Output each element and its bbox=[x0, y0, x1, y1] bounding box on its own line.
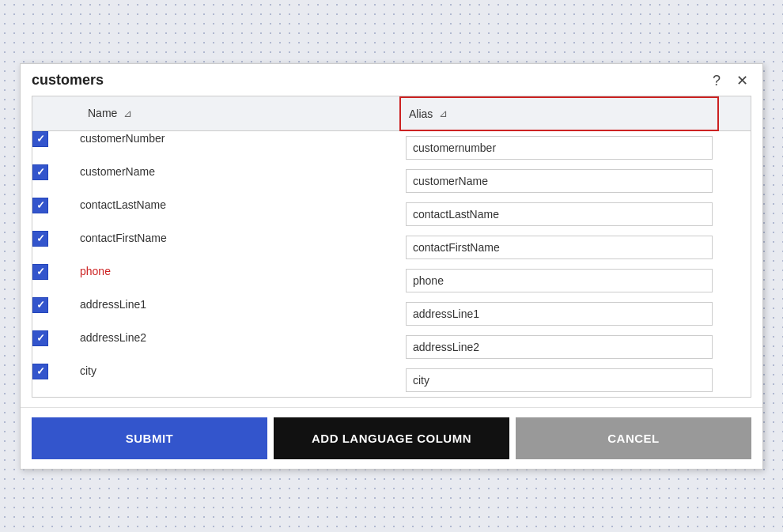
header-alias-label: Alias bbox=[409, 108, 433, 120]
alias-input-5[interactable] bbox=[406, 302, 713, 326]
row-checkbox-2 bbox=[32, 198, 80, 231]
name-filter-icon[interactable]: ⊿ bbox=[123, 108, 132, 119]
row-alias-6[interactable] bbox=[399, 330, 719, 364]
row-name-4: phone bbox=[80, 264, 399, 297]
table-grid: Name ⊿ Alias ⊿ customerNumbercustomerNam… bbox=[32, 96, 751, 397]
row-name-7: city bbox=[80, 364, 399, 397]
row-checkbox-7 bbox=[32, 364, 80, 397]
row-checkbox-4 bbox=[32, 264, 80, 297]
row-checkbox-5 bbox=[32, 297, 80, 330]
alias-input-4[interactable] bbox=[406, 269, 713, 292]
submit-button[interactable]: SUBMIT bbox=[32, 417, 267, 459]
row-name-2: contactLastName bbox=[80, 198, 399, 231]
row-name-5: addressLine1 bbox=[80, 297, 399, 330]
header-scrollbar-placeholder bbox=[719, 96, 751, 131]
field-name-2: contactLastName bbox=[80, 198, 166, 211]
row-name-3: contactFirstName bbox=[80, 231, 399, 264]
alias-input-3[interactable] bbox=[406, 236, 713, 259]
row-checkbox-1 bbox=[32, 164, 80, 198]
dialog-title: customers bbox=[32, 72, 104, 89]
checkbox-6[interactable] bbox=[32, 330, 48, 346]
header-icons: ? ✕ bbox=[709, 72, 751, 89]
help-button[interactable]: ? bbox=[709, 72, 724, 89]
alias-input-0[interactable] bbox=[406, 136, 713, 160]
row-alias-7[interactable] bbox=[399, 364, 719, 397]
field-name-5: addressLine1 bbox=[80, 298, 146, 311]
field-name-6: addressLine2 bbox=[80, 331, 146, 344]
checkbox-4[interactable] bbox=[32, 264, 48, 280]
row-alias-1[interactable] bbox=[399, 164, 719, 198]
checkbox-3[interactable] bbox=[32, 231, 48, 247]
alias-input-2[interactable] bbox=[406, 202, 713, 226]
row-checkbox-6 bbox=[32, 330, 80, 364]
field-name-1: customerName bbox=[80, 165, 155, 178]
row-checkbox-0 bbox=[32, 131, 80, 164]
field-name-0: customerNumber bbox=[80, 132, 165, 145]
header-checkbox-col bbox=[32, 96, 80, 131]
field-name-3: contactFirstName bbox=[80, 232, 167, 244]
alias-input-1[interactable] bbox=[406, 169, 713, 193]
checkbox-7[interactable] bbox=[32, 364, 48, 379]
alias-input-7[interactable] bbox=[406, 368, 713, 392]
header-name-label: Name bbox=[88, 107, 117, 119]
row-alias-4[interactable] bbox=[399, 264, 719, 297]
row-alias-3[interactable] bbox=[399, 231, 719, 264]
field-name-7: city bbox=[80, 364, 96, 377]
alias-input-6[interactable] bbox=[406, 335, 713, 359]
dialog-header: customers ? ✕ bbox=[21, 64, 762, 96]
checkbox-1[interactable] bbox=[32, 164, 48, 180]
row-name-0: customerNumber bbox=[80, 131, 399, 164]
row-scrollbar-placeholder-1 bbox=[719, 164, 751, 198]
checkbox-5[interactable] bbox=[32, 297, 48, 313]
close-button[interactable]: ✕ bbox=[733, 72, 751, 89]
row-name-6: addressLine2 bbox=[80, 330, 399, 364]
header-alias-col: Alias ⊿ bbox=[399, 96, 719, 131]
row-alias-2[interactable] bbox=[399, 198, 719, 231]
row-scrollbar-placeholder-5 bbox=[719, 297, 751, 330]
dialog-footer: SUBMIT ADD LANGUAGE COLUMN CANCEL bbox=[21, 407, 762, 469]
alias-filter-icon[interactable]: ⊿ bbox=[439, 108, 448, 119]
row-alias-0[interactable] bbox=[399, 131, 719, 164]
row-scrollbar-placeholder-2 bbox=[719, 198, 751, 231]
checkbox-2[interactable] bbox=[32, 198, 48, 213]
row-scrollbar-placeholder-4 bbox=[719, 264, 751, 297]
cancel-button[interactable]: CANCEL bbox=[516, 417, 751, 459]
table-container: Name ⊿ Alias ⊿ customerNumbercustomerNam… bbox=[32, 96, 751, 398]
row-name-1: customerName bbox=[80, 164, 399, 198]
row-scrollbar-placeholder-6 bbox=[719, 330, 751, 364]
row-checkbox-3 bbox=[32, 231, 80, 264]
row-scrollbar-placeholder-0 bbox=[719, 131, 751, 164]
table-scroll[interactable]: Name ⊿ Alias ⊿ customerNumbercustomerNam… bbox=[32, 96, 751, 397]
add-language-button[interactable]: ADD LANGUAGE COLUMN bbox=[274, 417, 509, 459]
field-name-4: phone bbox=[80, 265, 111, 277]
dialog: customers ? ✕ Name ⊿ Alias bbox=[20, 63, 763, 470]
row-scrollbar-placeholder-3 bbox=[719, 231, 751, 264]
dialog-body: Name ⊿ Alias ⊿ customerNumbercustomerNam… bbox=[21, 96, 762, 407]
row-alias-5[interactable] bbox=[399, 297, 719, 330]
checkbox-0[interactable] bbox=[32, 131, 48, 147]
row-scrollbar-placeholder-7 bbox=[719, 364, 751, 397]
header-name-col: Name ⊿ bbox=[80, 96, 399, 131]
